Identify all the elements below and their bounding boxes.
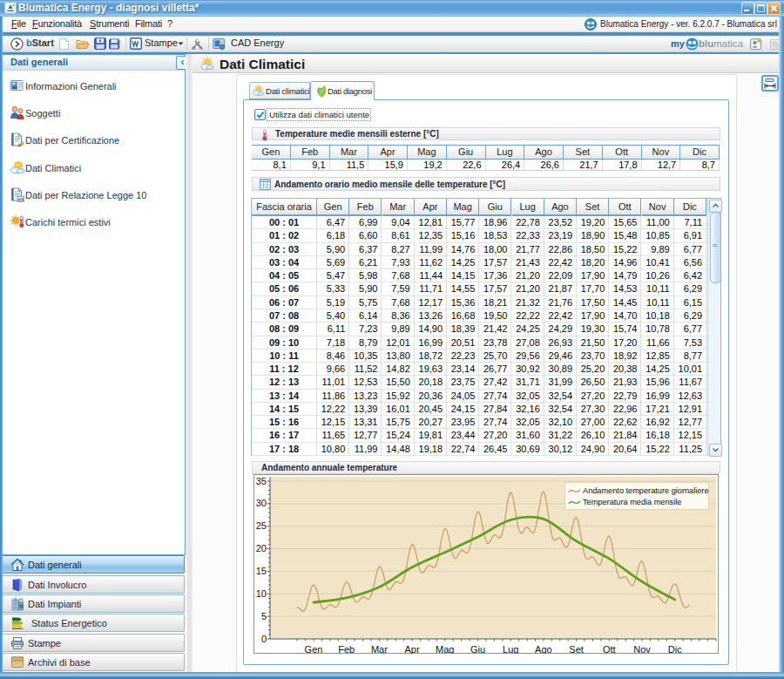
svg-text:Andamento temperature giornali: Andamento temperature giornaliere bbox=[583, 486, 709, 495]
svg-text:Set: Set bbox=[569, 644, 584, 654]
svg-text:20: 20 bbox=[256, 543, 267, 553]
svg-text:5: 5 bbox=[261, 611, 267, 621]
svg-text:Nov: Nov bbox=[633, 644, 651, 654]
svg-text:Mar: Mar bbox=[371, 644, 388, 654]
svg-text:Dic: Dic bbox=[668, 644, 682, 654]
svg-text:10: 10 bbox=[256, 588, 267, 599]
svg-text:Ago: Ago bbox=[535, 644, 552, 654]
svg-text:Temperatura media mensile: Temperatura media mensile bbox=[583, 498, 681, 506]
svg-text:30: 30 bbox=[256, 498, 267, 508]
svg-text:Gen: Gen bbox=[305, 644, 323, 654]
svg-text:35: 35 bbox=[256, 476, 267, 486]
svg-text:Feb: Feb bbox=[338, 644, 355, 654]
svg-text:Mag: Mag bbox=[436, 644, 454, 654]
svg-text:Lug: Lug bbox=[503, 644, 518, 654]
svg-text:Apr: Apr bbox=[405, 644, 420, 654]
svg-text:25: 25 bbox=[256, 520, 267, 531]
svg-text:15: 15 bbox=[256, 566, 267, 576]
svg-text:0: 0 bbox=[261, 634, 267, 644]
svg-text:Ott: Ott bbox=[603, 644, 616, 654]
svg-text:Giu: Giu bbox=[470, 644, 485, 654]
